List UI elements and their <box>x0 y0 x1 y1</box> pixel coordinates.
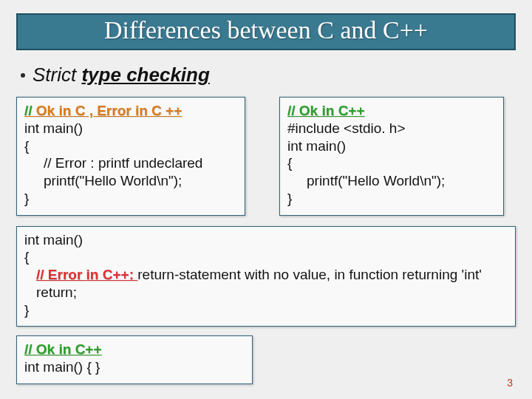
box1-hdr-rest: Ok in C , Error in C ++ <box>36 103 182 118</box>
page-number: 3 <box>507 377 513 389</box>
box3-l5: } <box>24 301 508 319</box>
two-column-row: // Ok in C , Error in C ++ int main() { … <box>16 97 516 216</box>
box4-hdr-rest: Ok in C++ <box>36 341 102 357</box>
box3-l4: return; <box>24 284 508 301</box>
box3-err-post: return-statement with no value, in funct… <box>137 267 482 282</box>
box2-l2: int main() <box>287 137 496 155</box>
box4-hdr-pre: // <box>24 341 36 357</box>
code-box-empty-main: // Ok in C++ int main() { } <box>16 335 253 384</box>
box1-l2: { <box>24 137 237 155</box>
box2-hdr-pre: // <box>287 103 299 118</box>
box3-error-line: // Error in C++: return-statement with n… <box>24 266 508 284</box>
bullet-icon <box>21 73 25 78</box>
code-box-cpp-ok: // Ok in C++ #include <stdio. h> int mai… <box>279 97 504 216</box>
box2-l3: { <box>287 154 496 172</box>
box2-hdr-rest: Ok in C++ <box>299 103 365 118</box>
box1-l4: printf("Hello World\n"); <box>24 172 237 190</box>
box4-l1: int main() { } <box>24 358 245 376</box>
box3-err-mid: in C++: <box>86 267 138 282</box>
slide-title-box: Differences between C and C++ <box>16 13 516 50</box>
bullet-pre: Strict <box>33 64 81 86</box>
bullet-text: Strict type checking <box>33 64 210 86</box>
box3-l1: int main() <box>24 231 508 249</box>
box1-l5: } <box>24 190 237 208</box>
box4-header: // Ok in C++ <box>24 341 245 358</box>
slide-title: Differences between C and C++ <box>25 16 507 44</box>
box3-l2: { <box>24 248 508 266</box>
box2-l5: } <box>287 190 496 208</box>
code-box-return-error: int main() { // Error in C++: return-sta… <box>16 226 516 327</box>
code-box-c-error: // Ok in C , Error in C ++ int main() { … <box>16 97 245 216</box>
bullet-emph: type checking <box>81 64 209 86</box>
box3-err-pre: // Error <box>36 267 86 282</box>
box1-hdr-pre: // <box>24 103 36 118</box>
bullet-item: Strict type checking <box>21 64 516 86</box>
box1-l1: int main() <box>24 120 237 137</box>
box1-l3: // Error : printf undeclared <box>24 154 237 172</box>
box2-l4: printf("Hello World\n"); <box>287 172 496 190</box>
box1-header: // Ok in C , Error in C ++ <box>24 102 237 120</box>
box2-l1: #include <stdio. h> <box>287 120 496 137</box>
box2-header: // Ok in C++ <box>287 102 496 120</box>
